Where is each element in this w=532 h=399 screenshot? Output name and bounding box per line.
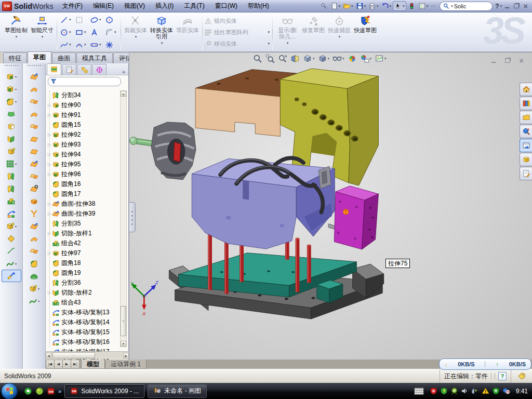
filled-surface-button[interactable] [24,132,44,145]
tree-item[interactable]: ▷曲面-拉伸39 [47,209,118,219]
tree-item[interactable]: ▷拉伸94 [47,150,118,159]
arc-tool[interactable]: ▾ [74,38,89,51]
menu-item-1[interactable]: 编辑(E) [88,0,118,12]
tree-filter-input[interactable] [48,77,121,86]
planar-surface-button[interactable] [24,145,44,157]
panel-splitter-handle[interactable]: ◂◂◂◂ [129,202,136,232]
tree-item[interactable]: 圆角18 [47,258,118,268]
ribbon-convert-button[interactable]: 转换实体引用▾ [149,12,175,52]
tray-volume-icon[interactable] [461,387,469,395]
loft-button[interactable] [2,108,21,120]
scroll-right-button[interactable]: ▶ [123,353,129,358]
spline-tool[interactable]: ▾ [59,38,74,51]
sketch-text-tool[interactable] [89,26,104,38]
taskbar-window-paint[interactable]: 未命名 - 画图 [148,384,207,398]
tree-item[interactable]: ▷拉伸90 [47,100,118,110]
lofted-surface-button[interactable] [24,108,44,120]
delete-face-button[interactable] [2,232,21,245]
move-copy-body-button[interactable] [2,207,21,220]
select-cursor-button[interactable]: ▾ [393,1,406,11]
green-app-quicklaunch-icon[interactable] [35,387,44,395]
help-button[interactable]: ?▾ [495,2,502,10]
tab-模具工具[interactable]: 模具工具 [76,52,113,63]
solidworks-quicklaunch-icon[interactable]: SW [47,387,55,395]
extruded-boss-button[interactable]: ▾ [2,70,21,83]
trim-surface-button[interactable] [24,245,44,257]
property-manager-tab[interactable] [62,64,76,75]
toolbar-drag-handle[interactable] [5,65,18,69]
dome-button[interactable] [24,270,44,282]
curve-button[interactable] [2,245,21,257]
shell-button[interactable] [2,120,21,132]
doc-tab-模型[interactable]: 模型 [81,360,105,369]
doc-close-button[interactable]: × [517,57,526,64]
swept-surface-button[interactable] [24,95,44,108]
extruded-cut-button[interactable]: ▾ [2,83,21,95]
doc-tab-运动算例 1[interactable]: 运动算例 1 [105,360,147,369]
tab-草图[interactable]: 草图 [28,51,51,63]
tree-item[interactable]: 实体-移动/复制14 [47,317,118,327]
scroll-left-button[interactable]: ◀ [46,353,51,358]
rectangle-tool[interactable]: ▾ [74,26,89,38]
tree-item[interactable]: ▷拉伸96 [47,169,118,179]
tree-item[interactable]: 实体-移动/复制13 [47,308,118,317]
section-view-button[interactable] [290,54,300,63]
tree-item[interactable]: 组合43 [47,298,118,308]
tray-warning-icon[interactable] [482,387,489,395]
menu-item-3[interactable]: 插入(I) [151,0,178,12]
expand-arrow-icon[interactable]: ▷ [47,202,52,206]
tree-item[interactable]: ▷拉伸93 [47,140,118,150]
draft-button[interactable] [2,132,21,145]
replace-face-button[interactable] [24,220,44,232]
helix-spiral-2-button[interactable]: ▾ [24,295,44,307]
input-method-icon[interactable] [414,388,424,395]
sketch-fillet-tool[interactable]: ▾ [104,26,119,38]
ribbon-sketch-button[interactable]: 草图绘制▾ [3,12,29,52]
scroll-up-button[interactable]: ▲ [121,91,126,97]
tree-item[interactable]: 圆角19 [47,268,118,278]
extruded-surface-button[interactable] [24,70,44,83]
slot-tool[interactable]: ▾ [89,38,104,51]
expand-arrow-icon[interactable]: ▷ [47,290,52,295]
new-document-button[interactable]: ▾ [329,2,342,10]
fillet-surface-button[interactable] [24,257,44,270]
tree-item[interactable]: 分割34 [47,90,118,100]
linear-pattern-button[interactable]: ▾ [2,157,21,170]
undo-button[interactable]: ▾ [380,2,393,10]
print-button[interactable]: ▾ [367,2,380,10]
save-button[interactable]: ▾ [355,2,367,10]
zoom-selected-button[interactable] [278,54,287,63]
knit-surface-button[interactable] [24,170,44,182]
line-tool[interactable]: ▾ [59,14,74,26]
search-scope-dropdown[interactable]: ▾ [451,4,453,8]
tree-item[interactable]: ▷拉伸97 [47,248,118,258]
taskpane-custom-properties-tab[interactable] [520,167,532,180]
circle-tool[interactable]: ▾ [59,26,74,38]
helix-spiral-button[interactable]: ▾ [2,257,21,270]
tree-vertical-scrollbar[interactable]: ▲ ≡ ▼ [120,90,127,347]
configuration-manager-tab[interactable] [77,64,91,75]
thicken-button[interactable] [24,195,44,207]
menu-item-6[interactable]: 帮助(H) [243,0,274,12]
expand-arrow-icon[interactable]: ▷ [47,251,52,256]
tree-horizontal-scrollbar[interactable]: ◀ ⋯ ▶ [46,351,129,359]
ribbon-smart-dimension-button[interactable]: 智能尺寸▾ [29,12,55,52]
open-document-button[interactable]: ▾ [342,2,354,10]
delete-hole-button[interactable]: ▾ [24,282,44,295]
tree-item[interactable]: ▷拉伸95 [47,159,118,169]
scroll-thumb[interactable]: ≡ [121,306,126,336]
expand-arrow-icon[interactable]: ▷ [47,152,52,157]
next-tab-button[interactable]: ▶ [62,360,71,369]
search-input[interactable]: ▾ Solic [440,2,493,11]
tree-item[interactable]: ▷曲面-拉伸38 [47,199,118,209]
taskpane-solidworks-search-tab[interactable] [520,125,532,138]
expand-arrow-icon[interactable]: ▷ [47,172,52,177]
tray-badge-check-icon[interactable] [450,387,458,395]
3d-model[interactable]: Y Z X [129,52,532,369]
tray-security-green-icon[interactable] [440,387,448,395]
minimize-button[interactable] [502,2,511,10]
tree-item[interactable]: 圆角16 [47,179,118,189]
tray-signal-icon[interactable] [471,387,479,395]
doc-restore-button[interactable] [503,57,512,64]
scroll-down-button[interactable]: ▼ [121,341,126,347]
